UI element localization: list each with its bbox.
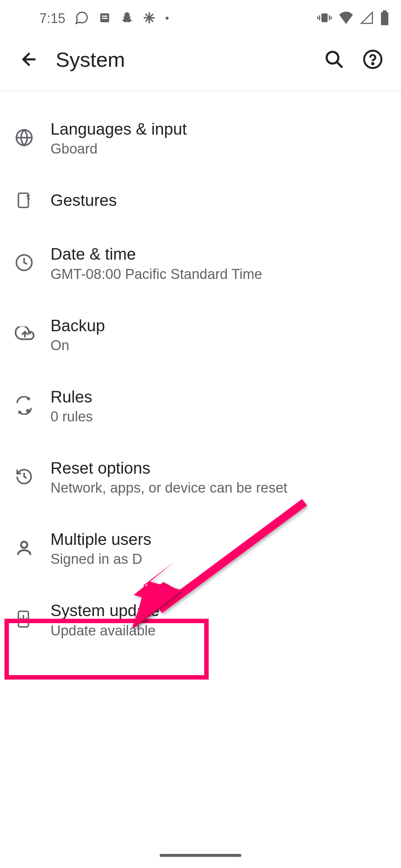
person-icon bbox=[12, 539, 50, 557]
help-button[interactable] bbox=[361, 47, 385, 71]
setting-item-backup[interactable]: Backup On bbox=[0, 299, 401, 370]
search-button[interactable] bbox=[322, 47, 346, 71]
setting-title: Backup bbox=[50, 315, 389, 336]
message-icon bbox=[98, 11, 111, 26]
setting-subtitle: On bbox=[50, 338, 389, 354]
svg-rect-7 bbox=[317, 17, 318, 19]
globe-icon bbox=[12, 128, 50, 147]
svg-rect-8 bbox=[331, 17, 332, 19]
system-update-icon bbox=[12, 610, 50, 628]
setting-subtitle: Update available bbox=[50, 623, 389, 639]
svg-point-3 bbox=[166, 17, 169, 20]
restore-icon bbox=[12, 467, 50, 486]
signal-icon bbox=[360, 11, 374, 26]
setting-item-reset[interactable]: Reset options Network, apps, or device c… bbox=[0, 441, 401, 512]
setting-item-users[interactable]: Multiple users Signed in as D bbox=[0, 512, 401, 583]
svg-rect-9 bbox=[381, 12, 388, 25]
setting-title: Date & time bbox=[50, 243, 389, 264]
cloud-upload-icon bbox=[12, 326, 50, 342]
setting-item-gestures[interactable]: Gestures bbox=[0, 173, 401, 227]
svg-point-18 bbox=[21, 542, 27, 548]
battery-icon bbox=[380, 10, 389, 27]
whatsapp-icon bbox=[74, 10, 89, 27]
clock-icon bbox=[12, 253, 50, 272]
page-title: System bbox=[56, 47, 322, 72]
svg-rect-10 bbox=[383, 10, 387, 12]
status-bar: 7:15 bbox=[0, 0, 401, 37]
settings-list: Languages & input Gboard Gestures Date &… bbox=[0, 91, 401, 655]
setting-title: Reset options bbox=[50, 457, 389, 479]
back-button[interactable] bbox=[16, 46, 42, 73]
navigation-handle[interactable] bbox=[160, 854, 241, 857]
setting-subtitle: GMT-08:00 Pacific Standard Time bbox=[50, 266, 389, 282]
status-right bbox=[317, 10, 389, 27]
wifi-icon bbox=[339, 11, 353, 26]
vibrate-icon bbox=[317, 12, 332, 25]
svg-rect-6 bbox=[329, 15, 330, 20]
setting-title: Rules bbox=[50, 386, 389, 407]
setting-subtitle: 0 rules bbox=[50, 409, 389, 425]
svg-rect-5 bbox=[319, 15, 320, 20]
setting-subtitle: Network, apps, or device can be reset bbox=[50, 480, 389, 496]
snapchat-icon bbox=[120, 11, 134, 26]
dot-icon bbox=[165, 15, 169, 22]
setting-title: Multiple users bbox=[50, 529, 389, 550]
svg-rect-1 bbox=[102, 16, 108, 17]
svg-point-13 bbox=[372, 63, 374, 65]
setting-title: Gestures bbox=[50, 190, 389, 211]
rules-icon bbox=[12, 396, 50, 415]
status-time: 7:15 bbox=[39, 11, 65, 26]
setting-subtitle: Signed in as D bbox=[50, 551, 389, 567]
svg-rect-2 bbox=[102, 18, 108, 19]
setting-item-rules[interactable]: Rules 0 rules bbox=[0, 370, 401, 441]
setting-item-languages[interactable]: Languages & input Gboard bbox=[0, 102, 401, 173]
setting-title: Languages & input bbox=[50, 118, 389, 139]
header-actions bbox=[322, 47, 385, 71]
app-header: System bbox=[0, 37, 401, 91]
setting-title: System update bbox=[50, 600, 389, 621]
setting-subtitle: Gboard bbox=[50, 141, 389, 157]
status-left: 7:15 bbox=[12, 10, 169, 27]
gestures-icon bbox=[12, 192, 50, 209]
setting-item-datetime[interactable]: Date & time GMT-08:00 Pacific Standard T… bbox=[0, 227, 401, 298]
photos-icon bbox=[143, 11, 156, 26]
svg-rect-4 bbox=[322, 13, 328, 22]
svg-point-17 bbox=[26, 409, 30, 412]
setting-item-system-update[interactable]: System update Update available bbox=[0, 583, 401, 655]
